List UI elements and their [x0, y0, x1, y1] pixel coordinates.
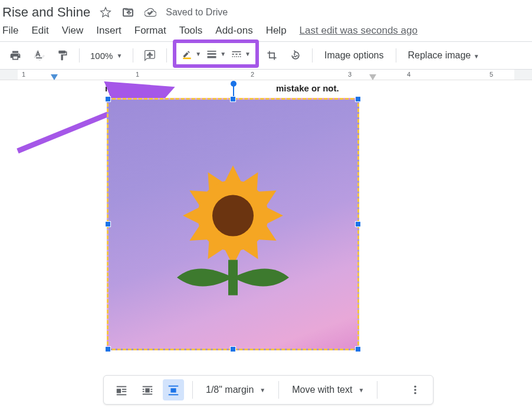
resize-handle-tr[interactable] [355, 96, 361, 102]
body-text-fragment: really [105, 83, 128, 93]
svg-rect-35 [143, 391, 145, 392]
ruler-mark: 2 [251, 71, 254, 78]
svg-rect-33 [143, 389, 145, 390]
separator [377, 381, 377, 399]
break-text-button[interactable] [163, 379, 184, 400]
svg-rect-28 [122, 389, 126, 390]
resize-handle-br[interactable] [355, 346, 361, 352]
document-title[interactable]: Rise and Shine [2, 5, 90, 20]
svg-rect-32 [145, 388, 149, 392]
zoom-dropdown[interactable]: 100%▼ [86, 51, 127, 61]
svg-rect-1 [183, 58, 191, 60]
svg-rect-27 [117, 389, 121, 393]
svg-rect-36 [151, 391, 153, 392]
wrap-text-button[interactable] [137, 379, 158, 400]
svg-rect-26 [117, 386, 127, 388]
move-folder-icon[interactable] [121, 5, 135, 19]
svg-rect-31 [143, 386, 153, 388]
resize-handle-ml[interactable] [105, 221, 111, 227]
chevron-down-icon: ▼ [195, 51, 201, 57]
separator [192, 381, 193, 399]
separator [166, 48, 167, 63]
border-tools-highlight: ▼ ▼ ▼ [173, 40, 259, 68]
cloud-saved-icon [143, 5, 157, 19]
image-options-button[interactable]: Image options [318, 50, 390, 61]
saved-status-text: Saved to Drive [166, 7, 228, 18]
svg-rect-40 [169, 394, 179, 395]
separator [312, 48, 313, 63]
svg-rect-4 [208, 56, 216, 58]
svg-rect-34 [151, 389, 153, 390]
paint-format-icon[interactable] [52, 45, 73, 66]
body-text-fragment: mistake or not. [276, 83, 339, 93]
move-with-text-dropdown[interactable]: Move with text▼ [287, 385, 369, 395]
chevron-down-icon: ▼ [245, 51, 251, 57]
resize-handle-bm[interactable] [230, 346, 236, 352]
chevron-down-icon: ▼ [220, 51, 226, 57]
separator [79, 48, 80, 63]
ruler-mark: 1 [22, 71, 25, 78]
image-position-toolbar: 1/8" margin▼ Move with text▼ [103, 375, 434, 405]
inline-wrap-button[interactable] [111, 379, 132, 400]
svg-rect-29 [122, 391, 126, 392]
svg-point-41 [414, 386, 416, 388]
add-comment-icon[interactable] [139, 45, 160, 66]
menu-view[interactable]: View [62, 25, 84, 37]
menu-bar: File Edit View Insert Format Tools Add-o… [0, 22, 532, 41]
svg-point-6 [294, 54, 295, 55]
chevron-down-icon: ▼ [474, 53, 480, 60]
svg-point-42 [414, 389, 416, 391]
svg-rect-38 [169, 386, 179, 387]
ruler-mark: 3 [348, 71, 352, 78]
svg-marker-8 [369, 74, 376, 80]
last-edit-link[interactable]: Last edit was seconds ago [300, 25, 418, 37]
separator [278, 381, 279, 399]
rotate-handle[interactable] [233, 86, 234, 96]
svg-rect-5 [232, 51, 241, 52]
selected-image[interactable] [107, 98, 359, 350]
svg-rect-2 [208, 51, 216, 52]
menu-addons[interactable]: Add-ons [215, 25, 252, 37]
separator [396, 48, 396, 63]
svg-rect-37 [143, 393, 153, 395]
svg-point-43 [414, 392, 416, 395]
document-canvas[interactable]: really mistake or not. [0, 80, 532, 417]
resize-handle-mr[interactable] [355, 221, 361, 227]
star-icon[interactable] [98, 5, 113, 19]
menu-edit[interactable]: Edit [31, 25, 48, 37]
reset-image-icon[interactable] [285, 45, 306, 66]
more-options-icon[interactable] [405, 379, 426, 400]
toolbar: 100%▼ ▼ ▼ ▼ Image options Replace image … [0, 41, 532, 70]
chevron-down-icon: ▼ [358, 387, 364, 393]
svg-rect-3 [208, 53, 216, 55]
crop-icon[interactable] [261, 45, 283, 66]
menu-tools[interactable]: Tools [179, 25, 203, 37]
spellcheck-icon[interactable] [28, 45, 50, 66]
border-weight-icon[interactable]: ▼ [203, 43, 228, 64]
svg-point-24 [212, 195, 254, 237]
ruler-mark: 5 [490, 71, 493, 78]
svg-rect-39 [170, 388, 176, 392]
ruler-mark: 1 [136, 71, 139, 78]
horizontal-ruler[interactable]: 1 1 2 3 4 5 [0, 70, 532, 80]
menu-format[interactable]: Format [134, 25, 166, 37]
sunflower-image-content [156, 145, 310, 310]
resize-handle-bl[interactable] [105, 346, 111, 352]
resize-handle-tl[interactable] [105, 96, 111, 102]
svg-marker-7 [51, 74, 58, 80]
border-dash-icon[interactable]: ▼ [228, 43, 253, 64]
menu-help[interactable]: Help [266, 25, 287, 37]
resize-handle-tm[interactable] [230, 96, 236, 102]
chevron-down-icon: ▼ [116, 52, 122, 59]
chevron-down-icon: ▼ [260, 387, 265, 393]
margin-dropdown[interactable]: 1/8" margin▼ [201, 385, 270, 395]
separator [133, 48, 133, 63]
print-icon[interactable] [5, 45, 26, 66]
border-color-icon[interactable]: ▼ [179, 43, 203, 64]
svg-rect-30 [117, 394, 127, 395]
menu-insert[interactable]: Insert [96, 25, 121, 37]
replace-image-button[interactable]: Replace image ▼ [402, 50, 485, 61]
menu-file[interactable]: File [2, 25, 18, 37]
ruler-mark: 4 [407, 71, 411, 78]
